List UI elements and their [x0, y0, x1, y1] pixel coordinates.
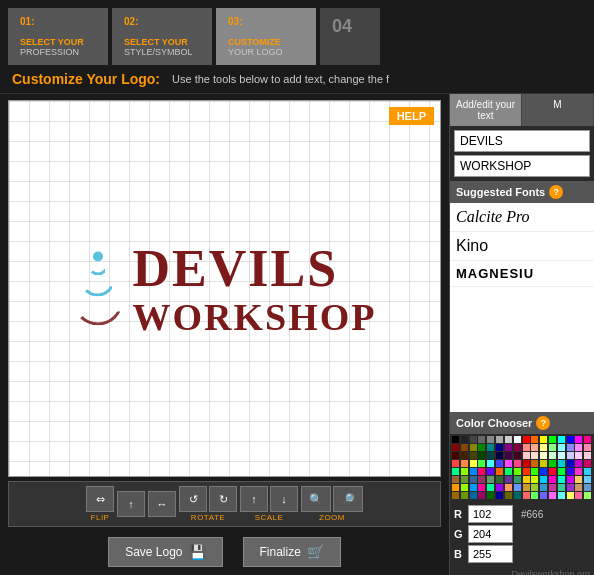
color-swatch[interactable]	[531, 476, 538, 483]
color-swatch[interactable]	[496, 476, 503, 483]
font-item-magnesium[interactable]: MAGNESIU	[450, 261, 594, 287]
color-swatch[interactable]	[540, 492, 547, 499]
color-swatch[interactable]	[540, 468, 547, 475]
color-swatch[interactable]	[514, 476, 521, 483]
color-swatch[interactable]	[523, 436, 530, 443]
color-swatch[interactable]	[531, 460, 538, 467]
color-swatch[interactable]	[470, 444, 477, 451]
g-input[interactable]	[468, 525, 513, 543]
color-swatch[interactable]	[478, 444, 485, 451]
color-swatch[interactable]	[487, 452, 494, 459]
color-swatch[interactable]	[584, 468, 591, 475]
scale-down-button[interactable]: ↓	[270, 486, 298, 512]
color-swatch[interactable]	[540, 476, 547, 483]
color-swatch[interactable]	[549, 460, 556, 467]
color-swatch[interactable]	[549, 444, 556, 451]
color-swatch[interactable]	[496, 460, 503, 467]
zoom-in-button[interactable]: 🔍	[301, 486, 331, 512]
color-swatch[interactable]	[496, 468, 503, 475]
color-swatch[interactable]	[514, 492, 521, 499]
color-swatch[interactable]	[496, 484, 503, 491]
move-up-button[interactable]: ↑	[117, 491, 145, 517]
color-swatch[interactable]	[452, 468, 459, 475]
color-swatch[interactable]	[567, 460, 574, 467]
color-swatch[interactable]	[514, 452, 521, 459]
tab-text[interactable]: Add/edit your text	[450, 94, 522, 126]
color-swatch[interactable]	[558, 444, 565, 451]
tab-other[interactable]: M	[522, 94, 594, 126]
color-swatch[interactable]	[470, 436, 477, 443]
color-swatch[interactable]	[523, 444, 530, 451]
color-swatch[interactable]	[452, 436, 459, 443]
color-swatch[interactable]	[505, 484, 512, 491]
color-swatch[interactable]	[540, 444, 547, 451]
color-swatch[interactable]	[452, 476, 459, 483]
save-logo-button[interactable]: Save Logo 💾	[108, 537, 222, 567]
color-help-icon[interactable]: ?	[536, 416, 550, 430]
text-input-line1[interactable]	[454, 130, 590, 152]
color-swatch[interactable]	[531, 468, 538, 475]
color-swatch[interactable]	[540, 484, 547, 491]
font-item-calcite[interactable]: Calcite Pro	[450, 203, 594, 232]
color-swatch[interactable]	[549, 452, 556, 459]
color-swatch[interactable]	[514, 436, 521, 443]
color-swatch[interactable]	[487, 476, 494, 483]
color-swatch[interactable]	[452, 452, 459, 459]
color-swatch[interactable]	[531, 452, 538, 459]
color-swatch[interactable]	[496, 444, 503, 451]
color-swatch[interactable]	[575, 436, 582, 443]
color-swatch[interactable]	[461, 452, 468, 459]
color-swatch[interactable]	[540, 436, 547, 443]
color-swatch[interactable]	[496, 452, 503, 459]
color-swatch[interactable]	[461, 476, 468, 483]
color-swatch[interactable]	[549, 436, 556, 443]
r-input[interactable]	[468, 505, 513, 523]
help-button[interactable]: HELP	[389, 107, 434, 125]
color-swatch[interactable]	[487, 492, 494, 499]
color-swatch[interactable]	[496, 436, 503, 443]
color-swatch[interactable]	[523, 460, 530, 467]
color-swatch[interactable]	[505, 460, 512, 467]
color-swatch[interactable]	[487, 436, 494, 443]
color-swatch[interactable]	[505, 476, 512, 483]
color-swatch[interactable]	[567, 436, 574, 443]
color-swatch[interactable]	[478, 452, 485, 459]
color-swatch[interactable]	[461, 460, 468, 467]
color-swatch[interactable]	[575, 452, 582, 459]
color-swatch[interactable]	[531, 444, 538, 451]
color-swatch[interactable]	[567, 444, 574, 451]
color-swatch[interactable]	[558, 436, 565, 443]
color-swatch[interactable]	[461, 484, 468, 491]
color-swatch[interactable]	[549, 492, 556, 499]
color-swatch[interactable]	[549, 476, 556, 483]
color-swatch[interactable]	[470, 452, 477, 459]
color-swatch[interactable]	[558, 476, 565, 483]
color-swatch[interactable]	[549, 468, 556, 475]
color-swatch[interactable]	[461, 492, 468, 499]
finalize-button[interactable]: Finalize 🛒	[243, 537, 341, 567]
color-swatch[interactable]	[514, 460, 521, 467]
color-swatch[interactable]	[470, 492, 477, 499]
font-item-kino[interactable]: Kino	[450, 232, 594, 261]
scale-up-button[interactable]: ↑	[240, 486, 268, 512]
color-swatch[interactable]	[487, 468, 494, 475]
nav-step-04[interactable]: 04	[320, 8, 380, 65]
color-swatch[interactable]	[575, 444, 582, 451]
rotate-cw-button[interactable]: ↻	[209, 486, 237, 512]
color-swatch[interactable]	[575, 468, 582, 475]
move-lr-button[interactable]: ↔	[148, 491, 176, 517]
b-input[interactable]	[468, 545, 513, 563]
nav-step-01[interactable]: 01: select your PROFESSION	[8, 8, 108, 65]
color-swatch[interactable]	[505, 436, 512, 443]
color-swatch[interactable]	[478, 436, 485, 443]
color-swatch[interactable]	[470, 484, 477, 491]
zoom-out-button[interactable]: 🔎	[333, 486, 363, 512]
color-swatch[interactable]	[478, 476, 485, 483]
color-swatch[interactable]	[567, 492, 574, 499]
color-swatch[interactable]	[567, 468, 574, 475]
color-swatch[interactable]	[514, 444, 521, 451]
color-swatch[interactable]	[558, 468, 565, 475]
color-swatch[interactable]	[558, 460, 565, 467]
color-swatch[interactable]	[523, 452, 530, 459]
color-swatch[interactable]	[558, 484, 565, 491]
